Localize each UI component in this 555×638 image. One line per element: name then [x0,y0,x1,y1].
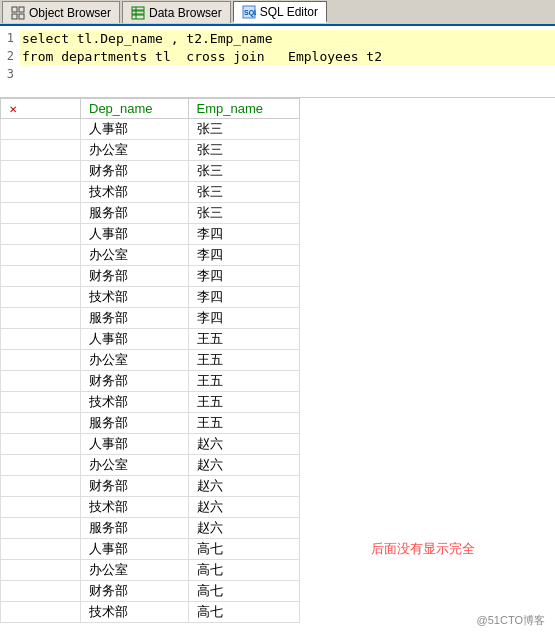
table-row: 人事部张三 [1,119,300,140]
cell-emp-name: 李四 [188,266,299,287]
error-indicator: ✕ [9,104,17,115]
sql-line-2-text[interactable]: from departments tl cross join Employees… [20,48,555,65]
cell-dep-name: 人事部 [81,224,189,245]
tab-sql-editor-label: SQL Editor [260,5,318,19]
cell-emp-name: 赵六 [188,497,299,518]
table-row: 技术部张三 [1,182,300,203]
svg-text:SQL: SQL [244,9,256,17]
row-indicator [1,560,81,581]
sql-line-1: 1 select tl.Dep_name , t2.Emp_name [0,30,555,48]
table-row: 财务部张三 [1,161,300,182]
table-row: 人事部王五 [1,329,300,350]
row-indicator [1,539,81,560]
row-indicator [1,119,81,140]
cell-dep-name: 财务部 [81,266,189,287]
col-header-dep-name: Dep_name [81,99,189,119]
tab-bar: Object Browser Data Browser SQL SQL Edit… [0,0,555,26]
sql-line-1-text[interactable]: select tl.Dep_name , t2.Emp_name [20,30,555,47]
row-indicator [1,497,81,518]
row-indicator [1,287,81,308]
cell-dep-name: 技术部 [81,392,189,413]
cell-emp-name: 王五 [188,350,299,371]
cell-emp-name: 王五 [188,392,299,413]
line-number-3: 3 [0,66,20,81]
cell-dep-name: 办公室 [81,140,189,161]
cell-emp-name: 张三 [188,161,299,182]
table-row: 人事部赵六 [1,434,300,455]
table-row: 技术部赵六 [1,497,300,518]
cell-dep-name: 财务部 [81,161,189,182]
results-table: ✕ Dep_name Emp_name 人事部张三办公室张三财务部张三技术部张三… [0,98,300,623]
col-emp-name-label: Emp_name [197,101,263,116]
row-indicator [1,329,81,350]
table-row: 人事部李四 [1,224,300,245]
sql-editor-panel[interactable]: 1 select tl.Dep_name , t2.Emp_name 2 fro… [0,26,555,98]
sql-line-3-text[interactable] [20,66,555,83]
main-content: 1 select tl.Dep_name , t2.Emp_name 2 fro… [0,26,555,638]
row-indicator [1,602,81,623]
watermark: @51CTO博客 [477,613,545,628]
cell-dep-name: 技术部 [81,602,189,623]
sql-line-2: 2 from departments tl cross join Employe… [0,48,555,66]
svg-rect-3 [19,14,24,19]
table-row: 技术部王五 [1,392,300,413]
cell-dep-name: 技术部 [81,497,189,518]
svg-rect-5 [132,11,144,14]
table-row: 办公室张三 [1,140,300,161]
col-header-emp-name: Emp_name [188,99,299,119]
row-indicator [1,476,81,497]
tab-data-browser[interactable]: Data Browser [122,1,231,23]
cell-dep-name: 办公室 [81,560,189,581]
cell-emp-name: 张三 [188,182,299,203]
table-row: 服务部张三 [1,203,300,224]
cell-dep-name: 人事部 [81,329,189,350]
row-indicator [1,413,81,434]
svg-rect-2 [12,14,17,19]
row-indicator [1,455,81,476]
table-row: 办公室高七 [1,560,300,581]
tab-data-browser-label: Data Browser [149,6,222,20]
row-indicator [1,308,81,329]
cell-emp-name: 高七 [188,602,299,623]
cell-emp-name: 王五 [188,371,299,392]
cell-dep-name: 财务部 [81,371,189,392]
cell-emp-name: 李四 [188,308,299,329]
table-row: 办公室赵六 [1,455,300,476]
table-row: 技术部高七 [1,602,300,623]
table-row: 办公室李四 [1,245,300,266]
svg-rect-1 [19,7,24,12]
row-indicator-header: ✕ [1,99,81,119]
cell-emp-name: 王五 [188,329,299,350]
row-indicator [1,392,81,413]
line-number-2: 2 [0,48,20,63]
cell-dep-name: 财务部 [81,476,189,497]
cell-emp-name: 张三 [188,140,299,161]
row-indicator [1,203,81,224]
cell-dep-name: 财务部 [81,581,189,602]
row-indicator [1,182,81,203]
svg-rect-6 [132,15,144,19]
cell-emp-name: 李四 [188,224,299,245]
table-row: 人事部高七 [1,539,300,560]
cell-dep-name: 办公室 [81,350,189,371]
data-browser-icon [131,6,145,20]
table-row: 技术部李四 [1,287,300,308]
results-area[interactable]: ✕ Dep_name Emp_name 人事部张三办公室张三财务部张三技术部张三… [0,98,555,638]
cell-emp-name: 高七 [188,560,299,581]
cell-dep-name: 服务部 [81,203,189,224]
cell-emp-name: 高七 [188,539,299,560]
cell-emp-name: 张三 [188,119,299,140]
cell-dep-name: 人事部 [81,539,189,560]
tab-object-browser[interactable]: Object Browser [2,1,120,23]
svg-rect-4 [132,7,144,10]
cell-dep-name: 服务部 [81,413,189,434]
row-indicator [1,140,81,161]
row-indicator [1,518,81,539]
cell-emp-name: 王五 [188,413,299,434]
table-row: 办公室王五 [1,350,300,371]
table-row: 财务部高七 [1,581,300,602]
table-header-row: ✕ Dep_name Emp_name [1,99,300,119]
row-indicator [1,581,81,602]
cell-emp-name: 赵六 [188,434,299,455]
tab-sql-editor[interactable]: SQL SQL Editor [233,1,327,23]
